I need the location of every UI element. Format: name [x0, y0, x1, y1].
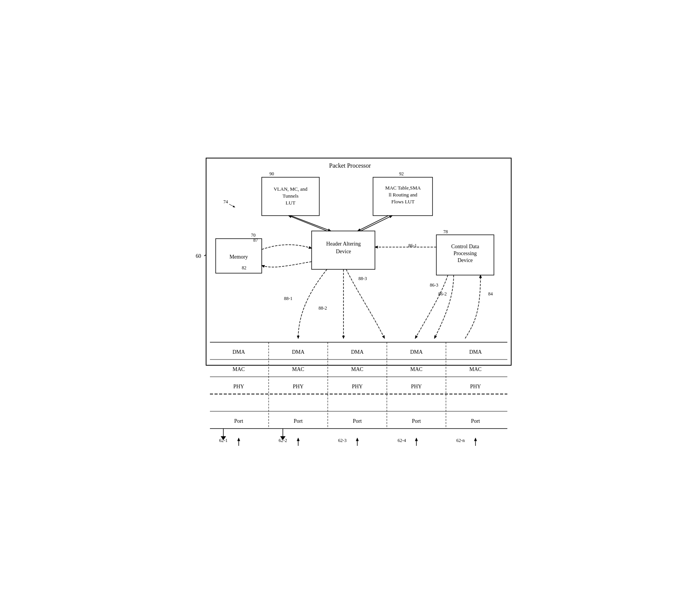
grid-phy-3: PHY: [352, 384, 363, 389]
label-88-1: 88-1: [284, 296, 292, 301]
label-88-2: 88-2: [319, 305, 327, 311]
memory-text: Memory: [229, 254, 248, 260]
control-text-1: Control Data: [451, 244, 479, 249]
grid-phy-4: PHY: [411, 384, 422, 389]
lut2-label: 92: [399, 171, 404, 176]
packet-processor-title: Packet Processor: [329, 162, 371, 169]
grid-phy-1: PHY: [233, 384, 244, 389]
grid-port-4: Port: [412, 418, 421, 424]
lut2-text-2: ll Routing and: [389, 192, 418, 198]
grid-mac-3: MAC: [351, 366, 363, 372]
main-diagram: 60 Packet Processor 90 VLAN, MC, and Tun…: [185, 147, 515, 446]
label-88-3: 88-3: [358, 276, 367, 281]
control-text-3: Device: [457, 257, 473, 263]
header-text-1: Header Altering: [326, 241, 361, 247]
grid-phy-5: PHY: [470, 384, 481, 389]
lut1-label: 90: [269, 171, 274, 176]
label-86-1: 86-1: [408, 243, 417, 248]
grid-mac-1: MAC: [233, 366, 245, 372]
grid-phy-2: PHY: [293, 384, 304, 389]
port-label-3: 62-3: [338, 438, 347, 443]
grid-mac-5: MAC: [469, 366, 482, 372]
grid-dma-4: DMA: [410, 349, 423, 355]
label-84: 84: [488, 291, 493, 297]
lut2-text-1: MAC Table,SMA: [385, 185, 421, 191]
label-82: 82: [242, 265, 246, 270]
header-text-2: Device: [336, 249, 351, 254]
label-86-3: 86-3: [430, 282, 438, 288]
grid-port-1: Port: [234, 418, 243, 424]
lut1-text-1: VLAN, MC, and: [274, 186, 308, 192]
grid-mac-2: MAC: [292, 366, 304, 372]
grid-port-3: Port: [353, 418, 362, 424]
label-86-2: 86-2: [438, 291, 447, 297]
lut1-text-2: Tunnels: [282, 193, 298, 199]
lut1-text-3: LUT: [286, 200, 295, 206]
grid-dma-2: DMA: [292, 349, 305, 355]
grid-mac-4: MAC: [410, 366, 423, 372]
label-87: 87: [253, 237, 258, 243]
memory-label: 70: [251, 233, 256, 238]
control-text-2: Processing: [454, 251, 477, 256]
lut2-text-3: Flows LUT: [391, 199, 414, 204]
grid-dma-5: DMA: [469, 349, 482, 355]
grid-dma-1: DMA: [233, 349, 246, 355]
label-74: 74: [223, 199, 228, 204]
port-label-n: 62-n: [456, 438, 465, 443]
control-label: 78: [443, 229, 448, 234]
grid-dma-3: DMA: [351, 349, 364, 355]
grid-port-2: Port: [294, 418, 302, 424]
grid-port-5: Port: [471, 418, 480, 424]
label-60: 60: [196, 253, 201, 259]
port-label-4: 62-4: [398, 438, 406, 443]
